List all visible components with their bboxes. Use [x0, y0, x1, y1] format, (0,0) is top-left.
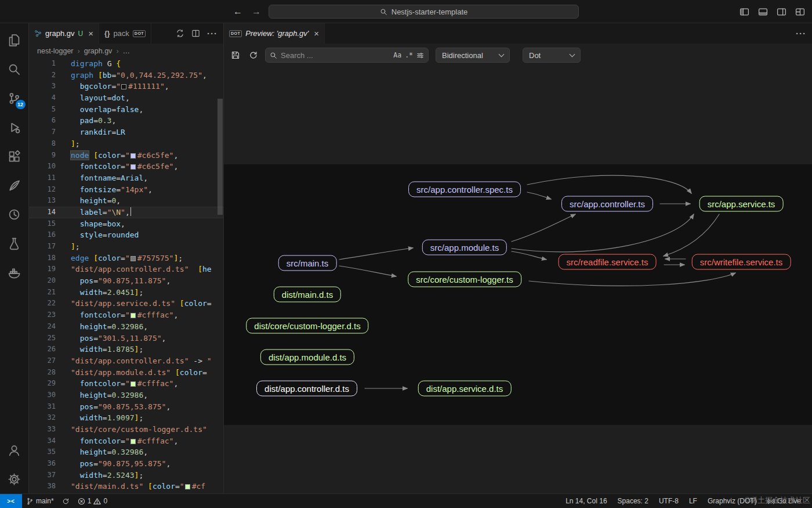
toggle-sidebar-right-icon[interactable] [777, 7, 786, 17]
toggle-panel-icon[interactable] [758, 7, 768, 17]
code-line[interactable]: 26 width=1.8785]; [29, 344, 223, 355]
graph-node-src-core-custom-logger[interactable]: src/core/custom-logger.ts [408, 272, 521, 287]
code-line[interactable]: 17]; [29, 241, 223, 253]
code-line[interactable]: 7 rankdir=LR [29, 127, 223, 138]
graph-node-dist-app-module[interactable]: dist/app.module.d.ts [260, 350, 354, 365]
sync-button[interactable] [58, 494, 74, 508]
preview-search[interactable]: Aa .* [265, 48, 429, 63]
code-line[interactable]: 28"dist/app.module.d.ts" [color= [29, 367, 223, 379]
code-line[interactable]: 36 pos="90.875,95.875", [29, 458, 223, 470]
engine-select[interactable]: Dot [523, 48, 581, 63]
go-live-button[interactable]: Go Live [762, 494, 806, 508]
docker-icon[interactable] [1, 258, 28, 287]
code-line[interactable]: 38"dist/main.d.ts" [color="#cf [29, 481, 223, 492]
code-line[interactable]: 37 width=2.5243]; [29, 470, 223, 481]
code-line[interactable]: 6 pad=0.3, [29, 115, 223, 127]
code-line[interactable]: 2graph [bb="0,0,744.25,292.75", [29, 70, 223, 81]
code-line[interactable]: 19"dist/app.controller.d.ts" [he [29, 264, 223, 275]
code-line[interactable]: 20 pos="90.875,11.875", [29, 275, 223, 287]
extensions-icon[interactable] [1, 142, 28, 171]
split-editor-icon[interactable] [191, 29, 200, 38]
code-line[interactable]: 32 width=1.9097]; [29, 412, 223, 424]
code-line[interactable]: 11 fontname=Arial, [29, 172, 223, 184]
graph-node-src-app-controller-spec[interactable]: src/app.controller.spec.ts [408, 182, 521, 197]
code-line[interactable]: 35 height=0.32986, [29, 446, 223, 458]
eol-selector[interactable]: LF [684, 494, 702, 508]
graph-node-src-writefile-service[interactable]: src/writefile.service.ts [692, 254, 791, 270]
code-line[interactable]: 31 pos="90.875,53.875", [29, 401, 223, 413]
code-line[interactable]: 10 fontcolor="#c6c5fe", [29, 161, 223, 172]
tab-preview-graph-gv[interactable]: DOT Preview: 'graph.gv' × [224, 23, 325, 44]
indentation[interactable]: Spaces: 2 [612, 494, 654, 508]
code-line[interactable]: 15 shape=box, [29, 218, 223, 230]
code-line[interactable]: 30 height=0.32986, [29, 390, 223, 401]
graph-node-src-app-controller[interactable]: src/app.controller.ts [561, 196, 653, 212]
filter-sliders-icon[interactable] [416, 52, 424, 59]
code-line[interactable]: 5 overlap=false, [29, 104, 223, 116]
remote-indicator[interactable]: >< [0, 494, 22, 508]
toggle-sidebar-left-icon[interactable] [740, 7, 749, 17]
problems-button[interactable]: 1 0 [74, 494, 111, 508]
accounts-icon[interactable] [1, 435, 28, 464]
explorer-icon[interactable] [1, 26, 28, 55]
code-line[interactable]: 27"dist/app.controller.d.ts" -> " [29, 355, 223, 367]
match-case-toggle[interactable]: Aa [393, 51, 401, 59]
encoding[interactable]: UTF-8 [654, 494, 684, 508]
code-line[interactable]: 14 label="\N", [29, 207, 223, 218]
code-line[interactable]: 22"dist/app.service.d.ts" [color= [29, 298, 223, 309]
save-button[interactable] [229, 49, 242, 62]
code-line[interactable]: 3 bgcolor="#111111", [29, 81, 223, 92]
language-mode[interactable]: Graphviz (DOT) [702, 494, 762, 508]
code-line[interactable]: 8]; [29, 138, 223, 150]
code-line[interactable]: 16 style=rounded [29, 229, 223, 241]
run-debug-icon[interactable] [1, 113, 28, 142]
graph-node-src-main[interactable]: src/main.ts [278, 255, 337, 271]
close-tab-icon[interactable]: × [314, 28, 319, 38]
more-actions-icon[interactable]: ··· [207, 28, 217, 38]
git-branch-button[interactable]: main* [22, 494, 58, 508]
close-tab-icon[interactable]: × [88, 28, 93, 38]
code-editor[interactable]: 1digraph G {2graph [bb="0,0,744.25,292.7… [29, 58, 223, 493]
code-line[interactable]: 25 pos="301.5,11.875", [29, 333, 223, 344]
breadcrumb-folder[interactable]: nest-logger [37, 47, 74, 55]
regex-toggle[interactable]: .* [405, 51, 413, 59]
graph-node-src-readfile-service[interactable]: src/readfile.service.ts [559, 254, 657, 270]
cursor-position[interactable]: Ln 14, Col 16 [560, 494, 612, 508]
search-sidebar-icon[interactable] [1, 55, 28, 84]
code-line[interactable]: 24 height=0.32986, [29, 321, 223, 333]
code-line[interactable]: 34 fontcolor="#cfffac", [29, 435, 223, 447]
code-line[interactable]: 23 fontcolor="#cfffac", [29, 309, 223, 321]
forward-button[interactable]: → [252, 6, 261, 17]
code-line[interactable]: 4 layout=dot, [29, 92, 223, 104]
code-line[interactable]: 29 fontcolor="#cfffac", [29, 378, 223, 390]
graph-node-src-app-service[interactable]: src/app.service.ts [699, 196, 784, 212]
code-line[interactable]: 1digraph G { [29, 58, 223, 70]
feather-icon[interactable] [1, 171, 28, 200]
graph-node-dist-main[interactable]: dist/main.d.ts [274, 287, 341, 302]
code-line[interactable]: 12 fontsize="14px", [29, 184, 223, 196]
refresh-button[interactable] [247, 49, 260, 62]
graph-node-src-app-module[interactable]: src/app.module.ts [422, 240, 507, 255]
source-control-icon[interactable]: 12 [1, 84, 28, 113]
graph-node-dist-app-controller[interactable]: dist/app.controller.d.ts [256, 381, 357, 397]
direction-select[interactable]: Bidirectional [436, 48, 510, 63]
history-icon[interactable] [1, 200, 28, 229]
tab-pack[interactable]: {} pack DOT [99, 23, 151, 44]
testing-icon[interactable] [1, 229, 28, 258]
code-line[interactable]: 18edge [color="#757575"]; [29, 253, 223, 264]
search-input[interactable] [281, 51, 390, 60]
code-line[interactable]: 13 height=0, [29, 195, 223, 207]
graph-node-dist-core-custom-logger[interactable]: dist/core/custom-logger.d.ts [246, 318, 368, 334]
settings-gear-icon[interactable] [1, 464, 28, 493]
back-button[interactable]: ← [233, 6, 242, 17]
code-line[interactable]: 33"dist/core/custom-logger.d.ts" [29, 424, 223, 435]
more-actions-icon[interactable]: ··· [796, 28, 806, 38]
editor-scrollbar[interactable] [217, 99, 223, 215]
compare-changes-icon[interactable] [176, 29, 184, 38]
command-center-search[interactable]: Nestjs-starter-template [269, 5, 579, 19]
code-line[interactable]: 21 width=2.0451]; [29, 287, 223, 298]
code-line[interactable]: 9node [color="#c6c5fe", [29, 150, 223, 161]
graph-node-dist-app-service[interactable]: dist/app.service.d.ts [418, 381, 512, 397]
customize-layout-icon[interactable] [795, 7, 805, 17]
tab-graph-gv[interactable]: graph.gv U × [29, 23, 99, 44]
